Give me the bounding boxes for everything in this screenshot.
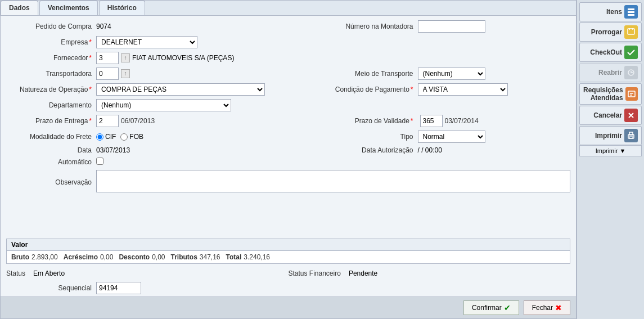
itens-icon [624,5,638,19]
itens-label: Itens [606,8,622,16]
desconto-value: 0,00 [152,253,165,261]
pedido-compra-value: 9074 [96,23,111,30]
prazo-validade-date-text: 03/07/2014 [445,117,479,125]
prorrogar-label: Prorrogar [591,28,622,36]
radio-fob[interactable] [120,133,128,141]
imprimir-icon [624,129,638,142]
observacao-label: Observação [6,178,96,186]
numero-montadora-input[interactable] [418,20,485,33]
total-value: 3.240,16 [244,253,270,261]
natureza-field: COMPRA DE PEÇAS [96,83,334,96]
checkout-label: CheckOut [590,48,622,56]
radio-fob-label[interactable]: FOB [120,133,143,141]
data-autorizacao-value: / / 00:00 [418,146,442,154]
atendidas-label: Atendidas [583,94,623,102]
confirmar-label: Confirmar [472,304,502,312]
automatico-checkbox[interactable] [96,158,103,165]
total-label: Total [226,253,242,261]
transportadora-arrow-icon[interactable]: ↑ [121,69,130,78]
status-financeiro-label: Status Financeiro [289,269,345,277]
valor-title: Valor [7,239,570,251]
fornecedor-label: Fornecedor* [6,54,96,62]
fornecedor-required: * [89,54,92,62]
natureza-select[interactable]: COMPRA DE PEÇAS [96,83,265,96]
meio-transporte-select[interactable]: (Nenhum) [418,68,485,80]
fechar-icon: ✖ [555,303,562,312]
automatico-label: Automático [6,158,96,166]
empresa-field: DEALERNET [96,36,570,48]
svg-rect-0 [628,8,634,10]
reabrir-icon [624,66,638,79]
transportadora-label: Transportadora [6,70,96,78]
meio-transporte-label: Meio de Transporte [334,70,418,78]
confirmar-button[interactable]: Confirmar ✔ [463,300,519,315]
tab-dados[interactable]: Dados [1,1,38,15]
reabrir-button[interactable]: Reabrir [579,63,642,82]
condicao-label: Condição de Pagamento* [334,86,418,93]
prazo-validade-num-input[interactable] [420,115,443,127]
prazo-entrega-date-text: 06/07/2013 [121,117,155,125]
modalidade-frete-field: CIF FOB [96,133,334,141]
requisicoes-button[interactable]: Requisições Atendidas [579,83,642,105]
observacao-field [96,170,570,194]
row-data: Data 03/07/2013 Data Autorização / / 00:… [6,146,570,154]
svg-rect-2 [628,14,634,16]
acrescimo-label: Acréscimo [64,253,98,261]
fob-text: FOB [129,133,143,141]
requisicoes-icon [625,87,638,101]
prorrogar-icon [624,25,638,39]
pedido-compra-label: Pedido de Compra [6,23,96,30]
departamento-label: Departamento [6,101,96,109]
itens-button[interactable]: Itens [579,2,642,21]
condicao-select[interactable]: A VISTA [418,83,508,96]
prorrogar-button[interactable]: Prorrogar [579,23,642,42]
acrescimo-col: Acréscimo 0,00 [64,253,114,261]
data-autorizacao-label: Data Autorização [334,146,418,154]
prazo-validade-required: * [411,117,413,125]
data-value: 03/07/2013 [96,146,130,154]
empresa-select[interactable]: DEALERNET [96,36,197,48]
valor-row: Bruto 2.893,00 Acréscimo 0,00 Desconto 0… [7,251,570,263]
fechar-label: Fechar [532,304,553,312]
pedido-compra-field: 9074 [96,23,334,30]
radio-cif[interactable] [96,133,103,141]
transportadora-field: ↑ [96,68,334,80]
observacao-textarea[interactable] [96,170,570,192]
automatico-field [96,158,570,167]
cif-text: CIF [105,133,116,141]
cancelar-button[interactable]: Cancelar [579,106,642,125]
row-departamento: Departamento (Nenhum) [6,99,570,111]
tab-historico[interactable]: Histórico [99,1,145,15]
radio-cif-label[interactable]: CIF [96,133,116,141]
tipo-select[interactable]: Normal Urgente [418,131,485,143]
imprimir-button[interactable]: Imprimir [579,126,642,145]
numero-montadora-section: Número na Montadora [334,20,571,33]
bruto-col: Bruto 2.893,00 [11,253,58,261]
checkout-button[interactable]: CheckOut [579,43,642,62]
form-content: Pedido de Compra 9074 Número na Montador… [1,16,576,239]
imprimir-dropdown[interactable]: Imprimir ▼ [579,145,642,156]
sequencial-input[interactable] [96,282,141,294]
checkout-icon [624,46,638,59]
transportadora-num-input[interactable] [96,68,119,80]
prazo-entrega-required: * [89,117,92,125]
confirmar-icon: ✔ [504,303,511,312]
fornecedor-num-input[interactable] [96,52,119,64]
tab-vencimentos[interactable]: Vencimentos [39,1,98,15]
fechar-button[interactable]: Fechar ✖ [524,300,570,315]
reabrir-label: Reabrir [598,69,622,77]
departamento-select[interactable]: (Nenhum) [96,99,231,111]
empresa-required: * [89,38,92,46]
tab-bar: Dados Vencimentos Histórico [1,1,576,16]
desconto-label: Desconto [119,253,150,261]
row-fornecedor: Fornecedor* ↑ FIAT AUTOMOVEIS S/A (PEÇAS… [6,52,570,64]
data-label: Data [6,146,96,154]
prazo-entrega-num-input[interactable] [96,115,119,127]
sequencial-row: Sequencial [1,280,576,296]
modalidade-frete-label: Modalidade do Frete [6,133,96,141]
tipo-section: Tipo Normal Urgente [334,131,571,143]
valor-section: Valor Bruto 2.893,00 Acréscimo 0,00 Desc… [6,239,570,264]
fornecedor-arrow-icon[interactable]: ↑ [121,53,130,62]
numero-montadora-label: Número na Montadora [334,23,418,30]
natureza-required: * [89,86,92,93]
